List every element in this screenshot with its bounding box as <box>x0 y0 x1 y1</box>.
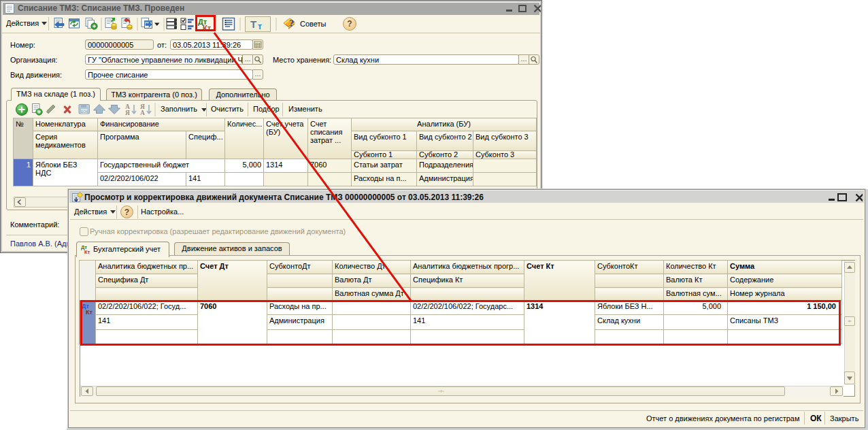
svg-text:Кт: Кт <box>84 249 90 254</box>
svg-text:?: ? <box>289 18 294 29</box>
svg-text:Т: Т <box>250 18 256 30</box>
svg-text:ЕОК: ЕОК <box>81 110 88 114</box>
svg-text:т: т <box>258 22 262 31</box>
svg-text:А: А <box>140 110 145 116</box>
svg-text:Я: Я <box>125 110 130 116</box>
